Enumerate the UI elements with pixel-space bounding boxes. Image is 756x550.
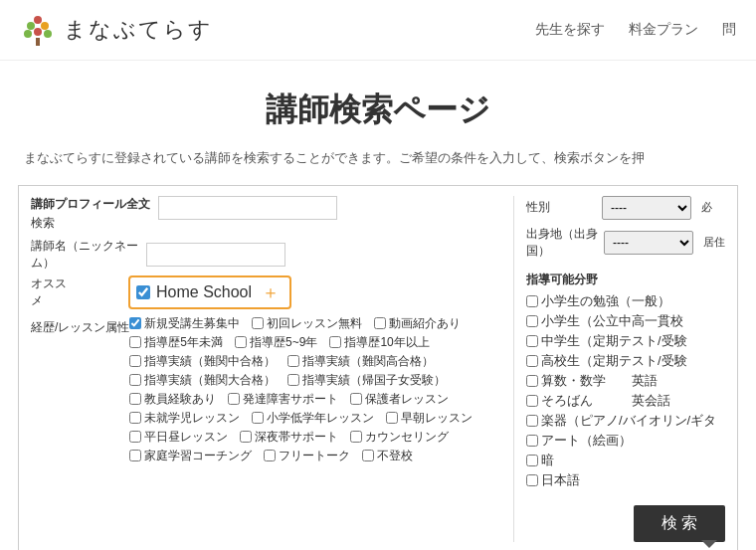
cb-track-high-input[interactable] — [287, 355, 299, 367]
cb-exp-5-9[interactable]: 指導歴5~9年 — [235, 334, 317, 351]
svg-point-4 — [34, 28, 42, 36]
cb-exp-lt5[interactable]: 指導歴5年未満 — [129, 334, 223, 351]
profile-search-row: 講師プロフィール全文 検索 — [31, 196, 507, 232]
cb-teacher-exp[interactable]: 教員経験あり — [129, 391, 216, 408]
cb-parent-lesson-input[interactable] — [350, 393, 362, 405]
checkbox-section: 経歴/レッスン属性 新規受講生募集中 初回レッスン無料 — [31, 315, 507, 464]
cb-row-5: 教員経験あり 発達障害サポート 保護者レッスン — [129, 391, 507, 408]
cb-new-student-input[interactable] — [129, 317, 141, 329]
cb-dev-support-input[interactable] — [228, 393, 240, 405]
subject-cb-7: 楽器（ピアノ/バイオリン/ギタ — [526, 412, 725, 430]
subject-cb-8-input[interactable] — [526, 435, 538, 447]
cb-track-mid[interactable]: 指導実績（難関中合格） — [129, 353, 276, 370]
subject-cb-5-input[interactable] — [526, 375, 538, 387]
nickname-input[interactable] — [146, 243, 285, 267]
form-inner: 講師プロフィール全文 検索 講師名（ニックネー ム） オスス メ Home Sc… — [31, 196, 725, 542]
cb-home-coaching[interactable]: 家庭学習コーチング — [129, 448, 252, 464]
cb-home-coaching-input[interactable] — [129, 450, 141, 461]
logo-area: まなぶてらす — [20, 12, 535, 48]
profile-search-input[interactable] — [158, 196, 337, 220]
search-form: 講師プロフィール全文 検索 講師名（ニックネー ム） オスス メ Home Sc… — [18, 185, 738, 550]
cb-elem-low[interactable]: 小学低学年レッスン — [252, 410, 374, 427]
subject-cb-6-input[interactable] — [526, 395, 538, 407]
subject-cb-7-input[interactable] — [526, 415, 538, 427]
cb-track-returnee-input[interactable] — [287, 374, 299, 386]
subject-cb-9: 暗 — [526, 452, 725, 469]
cb-weekday-noon-input[interactable] — [129, 431, 141, 443]
description: まなぶてらすに登録されている講師を検索することができます。ご希望の条件を入力して… — [0, 148, 756, 185]
cb-parent-lesson[interactable]: 保護者レッスン — [350, 391, 449, 408]
subject-cb-6: そろばん 英会話 — [526, 392, 725, 410]
cb-school-refusal[interactable]: 不登校 — [362, 448, 413, 464]
subject-cb-1-input[interactable] — [526, 295, 538, 307]
cb-late-night-input[interactable] — [240, 431, 252, 443]
cb-track-mid-input[interactable] — [129, 355, 141, 367]
cb-elem-low-input[interactable] — [252, 412, 264, 424]
subject-cb-4: 高校生（定期テスト/受験 — [526, 352, 725, 370]
cb-weekday-noon[interactable]: 平日昼レッスン — [129, 429, 228, 446]
form-right: 性別 ---- 男性 女性 必 出身地（出身 国） ---- 居住 — [513, 196, 725, 542]
cb-preschool[interactable]: 未就学児レッスン — [129, 410, 240, 427]
subject-cb-3: 中学生（定期テスト/受験 — [526, 332, 725, 350]
recommend-box: Home School ＋ — [128, 275, 291, 309]
header-nav: 先生を探す 料金プラン 問 — [535, 21, 736, 39]
cb-preschool-input[interactable] — [129, 412, 141, 424]
cb-exp-gt10[interactable]: 指導歴10年以上 — [329, 334, 429, 351]
cb-first-free[interactable]: 初回レッスン無料 — [252, 315, 362, 332]
cb-school-refusal-input[interactable] — [362, 450, 374, 461]
page-title-section: 講師検索ページ — [0, 61, 756, 148]
gender-select[interactable]: ---- 男性 女性 — [602, 196, 691, 220]
residence-label: 居住 — [703, 235, 725, 250]
svg-rect-6 — [36, 38, 40, 46]
search-button[interactable]: 検 索 — [634, 505, 725, 542]
cb-first-free-input[interactable] — [252, 317, 264, 329]
form-left: 講師プロフィール全文 検索 講師名（ニックネー ム） オスス メ Home Sc… — [31, 196, 507, 542]
cb-dev-support[interactable]: 発達障害サポート — [228, 391, 338, 408]
cb-teacher-exp-input[interactable] — [129, 393, 141, 405]
cb-exp-lt5-input[interactable] — [129, 336, 141, 348]
cb-exp-gt10-input[interactable] — [329, 336, 341, 348]
birthplace-label: 出身地（出身 国） — [526, 226, 598, 260]
search-sub-label: 検索 — [31, 215, 150, 232]
nav-pricing[interactable]: 料金プラン — [629, 21, 698, 39]
cb-late-night[interactable]: 深夜帯サポート — [240, 429, 338, 446]
subject-cb-2: 小学生（公立中高一貫校 — [526, 312, 725, 330]
logo-text: まなぶてらす — [64, 15, 213, 45]
subject-cb-9-input[interactable] — [526, 455, 538, 466]
cb-row-7: 平日昼レッスン 深夜帯サポート カウンセリング — [129, 429, 507, 446]
search-btn-row: 検 索 — [526, 505, 725, 542]
cb-new-student[interactable]: 新規受講生募集中 — [129, 315, 240, 332]
subject-section: 指導可能分野 小学生の勉強（一般） 小学生（公立中高一貫校 中学生（定期テスト/… — [526, 272, 725, 491]
nickname-row: 講師名（ニックネー ム） — [31, 238, 507, 272]
cb-video-input[interactable] — [374, 317, 386, 329]
cb-track-uni[interactable]: 指導実績（難関大合格） — [129, 372, 276, 389]
subject-cb-3-input[interactable] — [526, 335, 538, 347]
nickname-label: 講師名（ニックネー ム） — [31, 238, 138, 272]
subject-cb-4-input[interactable] — [526, 355, 538, 367]
recommend-checkbox[interactable] — [136, 285, 150, 299]
nav-inquiry[interactable]: 問 — [722, 21, 736, 39]
recommend-text: Home School — [156, 283, 252, 301]
cb-counseling-input[interactable] — [350, 431, 362, 443]
cb-track-high[interactable]: 指導実績（難関高合格） — [287, 353, 434, 370]
cb-counseling[interactable]: カウンセリング — [350, 429, 449, 446]
svg-point-5 — [44, 30, 52, 38]
cb-free-talk-input[interactable] — [264, 450, 276, 461]
cb-free-talk[interactable]: フリートーク — [264, 448, 350, 464]
subject-cb-10: 日本語 — [526, 471, 725, 489]
cb-early-morning-input[interactable] — [386, 412, 398, 424]
cb-row-2: 指導歴5年未満 指導歴5~9年 指導歴10年以上 — [129, 334, 507, 351]
cb-exp-5-9-input[interactable] — [235, 336, 247, 348]
birthplace-row: 出身地（出身 国） ---- 居住 — [526, 226, 725, 260]
svg-point-1 — [27, 22, 35, 30]
gender-row: 性別 ---- 男性 女性 必 — [526, 196, 725, 220]
cb-early-morning[interactable]: 早朝レッスン — [386, 410, 472, 427]
subject-cb-10-input[interactable] — [526, 474, 538, 486]
cb-track-uni-input[interactable] — [129, 374, 141, 386]
birthplace-select[interactable]: ---- — [604, 231, 693, 255]
cb-row-1: 新規受講生募集中 初回レッスン無料 動画紹介あり — [129, 315, 507, 332]
nav-find-teacher[interactable]: 先生を探す — [535, 21, 605, 39]
subject-cb-2-input[interactable] — [526, 315, 538, 327]
cb-video[interactable]: 動画紹介あり — [374, 315, 461, 332]
cb-track-returnee[interactable]: 指導実績（帰国子女受験） — [287, 372, 446, 389]
